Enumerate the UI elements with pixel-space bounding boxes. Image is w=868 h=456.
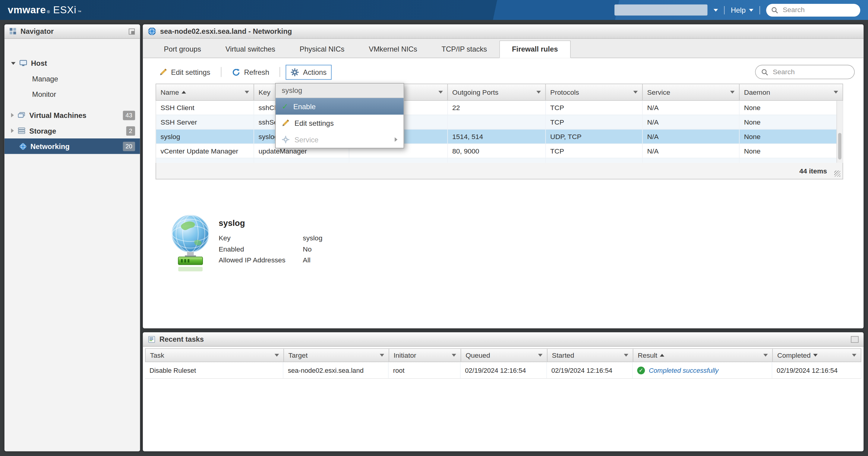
column-menu-chevron-icon[interactable] — [727, 91, 735, 93]
search-icon — [771, 6, 778, 13]
scrollbar-thumb[interactable] — [838, 133, 841, 159]
expander-right-icon[interactable] — [11, 113, 14, 118]
global-search[interactable] — [766, 4, 860, 16]
column-header-service[interactable]: Service — [643, 84, 740, 100]
sidebar-item-storage[interactable]: Storage 2 — [4, 123, 140, 139]
column-header-started[interactable]: Started — [548, 349, 633, 362]
column-menu-chevron-icon[interactable] — [830, 91, 838, 93]
cell-name: syslog — [156, 130, 254, 144]
workspace: Navigator Host Manage Monitor — [0, 20, 868, 456]
details-pane: syslog Key syslog Enabled No Allowed IP … — [167, 214, 855, 274]
table-search[interactable] — [755, 65, 855, 79]
table-row-ssh-client[interactable]: SSH Client sshClient 22 TCP N/A None — [156, 101, 843, 115]
table-body: SSH Client sshClient 22 TCP N/A None SSH… — [156, 101, 843, 163]
column-label: Service — [647, 88, 670, 96]
column-menu-chevron-icon[interactable] — [533, 91, 541, 93]
expander-right-icon[interactable] — [11, 128, 14, 133]
column-header-completed[interactable]: Completed — [773, 349, 861, 362]
expander-down-icon[interactable] — [11, 62, 16, 64]
tab-virtual-switches[interactable]: Virtual switches — [213, 41, 287, 58]
column-menu-chevron-icon[interactable] — [630, 91, 638, 93]
detail-value-enabled: No — [303, 245, 322, 253]
table-row-partial[interactable]: vMotion vMotion 8000 TCP N/A None — [156, 158, 843, 163]
refresh-label: Refresh — [244, 68, 269, 76]
table-row-ssh-server[interactable]: SSH Server sshServer TCP N/A None — [156, 115, 843, 130]
column-menu-chevron-icon[interactable] — [760, 354, 768, 357]
column-label: Completed — [777, 351, 811, 359]
column-header-initiator[interactable]: Initiator — [389, 349, 461, 362]
actions-button[interactable]: Actions — [286, 64, 332, 80]
column-menu-chevron-icon[interactable] — [849, 354, 857, 357]
sidebar-item-label: Host — [31, 59, 47, 67]
sidebar-item-monitor[interactable]: Monitor — [4, 86, 140, 102]
column-menu-chevron-icon[interactable] — [535, 354, 543, 357]
table-row-syslog-selected[interactable]: syslog syslog 1514, 514 UDP, TCP N/A Non… — [156, 130, 843, 144]
column-header-task[interactable]: Task — [146, 349, 284, 362]
networking-panel: sea-node02.esxi.sea.land - Networking Po… — [143, 24, 864, 328]
cell-protocols: TCP — [546, 144, 643, 158]
column-header-queued[interactable]: Queued — [461, 349, 547, 362]
menu-item-enable[interactable]: ✓ Enable — [276, 98, 403, 115]
column-label: Daemon — [744, 88, 770, 96]
table-row-vcenter-update-manager[interactable]: vCenter Update Manager updateManager 80,… — [156, 144, 843, 158]
table-scrollbar[interactable] — [836, 101, 842, 163]
column-header-outgoing-ports[interactable]: Outgoing Ports — [448, 84, 546, 100]
column-header-target[interactable]: Target — [284, 349, 389, 362]
tasks-list-icon — [148, 335, 156, 343]
chevron-down-icon — [749, 8, 753, 11]
pin-icon[interactable] — [128, 28, 135, 35]
sort-asc-icon — [182, 91, 186, 93]
detail-label-enabled: Enabled — [219, 245, 303, 253]
cell-service: N/A — [643, 101, 740, 115]
navigator-group: Virtual Machines 43 Storage 2 — [4, 108, 140, 154]
detail-label-key: Key — [219, 234, 303, 242]
column-header-result[interactable]: Result — [633, 349, 773, 362]
tab-firewall-rules[interactable]: Firewall rules — [499, 40, 571, 58]
task-row-disable-ruleset[interactable]: Disable Ruleset sea-node02.esxi.sea.land… — [145, 362, 861, 379]
navigator-header: Navigator — [4, 24, 140, 39]
global-search-input[interactable] — [782, 5, 855, 14]
sidebar-item-virtual-machines[interactable]: Virtual Machines 43 — [4, 108, 140, 123]
column-menu-chevron-icon[interactable] — [448, 354, 456, 357]
column-menu-chevron-icon[interactable] — [435, 91, 443, 93]
help-menu[interactable]: Help — [731, 6, 753, 14]
column-menu-chevron-icon[interactable] — [271, 354, 279, 357]
column-menu-chevron-icon[interactable] — [377, 354, 384, 357]
firewall-rules-table: Name Key Incoming Ports Outgoing Ports — [156, 84, 843, 179]
cell-task: Disable Ruleset — [145, 362, 283, 378]
maximize-panel-icon[interactable] — [851, 336, 859, 343]
menu-item-label: Enable — [293, 102, 316, 111]
column-label: Key — [258, 88, 271, 96]
edit-settings-button[interactable]: Edit settings — [154, 64, 215, 80]
tab-physical-nics[interactable]: Physical NICs — [287, 41, 356, 58]
table-search-input[interactable] — [772, 67, 849, 76]
menu-item-edit-settings[interactable]: Edit settings — [276, 115, 403, 131]
menu-item-label: Service — [294, 135, 319, 144]
user-chevron-down-icon[interactable] — [714, 8, 718, 11]
column-header-protocols[interactable]: Protocols — [546, 84, 643, 100]
column-menu-chevron-icon[interactable] — [242, 91, 249, 93]
tab-port-groups[interactable]: Port groups — [152, 41, 213, 58]
column-header-name[interactable]: Name — [156, 84, 254, 100]
cell-service: N/A — [643, 158, 740, 163]
cell-name: SSH Server — [156, 115, 254, 129]
items-count: 44 items — [799, 167, 827, 175]
user-menu-redacted[interactable] — [615, 4, 708, 16]
sidebar-item-networking[interactable]: Networking 20 — [4, 139, 140, 154]
column-label: Task — [150, 351, 164, 359]
column-label: Protocols — [550, 88, 579, 96]
refresh-button[interactable]: Refresh — [227, 64, 274, 80]
detail-value-key: syslog — [303, 234, 322, 242]
cell-queued: 02/19/2024 12:16:54 — [461, 362, 547, 378]
tab-vmkernel-nics[interactable]: VMkernel NICs — [356, 41, 429, 58]
column-menu-chevron-icon[interactable] — [620, 354, 628, 357]
submenu-arrow-icon — [395, 137, 397, 142]
navigator-icon — [9, 28, 17, 35]
sidebar-item-manage[interactable]: Manage — [4, 71, 140, 86]
sidebar-item-host[interactable]: Host — [4, 56, 140, 71]
resize-grip[interactable] — [834, 171, 840, 177]
edit-settings-label: Edit settings — [171, 68, 210, 76]
column-header-daemon[interactable]: Daemon — [740, 84, 843, 100]
tab-tcpip-stacks[interactable]: TCP/IP stacks — [429, 41, 499, 58]
cell-service: N/A — [643, 144, 740, 158]
